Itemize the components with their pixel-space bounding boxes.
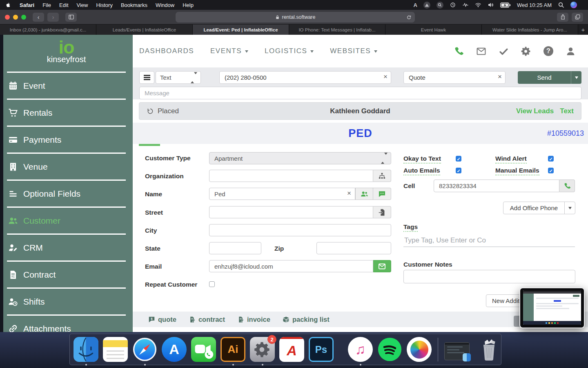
wind-alert-checkbox[interactable]: ✓ — [548, 156, 554, 162]
close-window-button[interactable] — [5, 15, 10, 20]
menu-item-edit[interactable]: Edit — [59, 2, 68, 8]
dock-acrobat[interactable]: A — [279, 337, 304, 362]
dock-safari[interactable] — [132, 337, 157, 362]
sidebar-item-rentals[interactable]: Rentals — [7, 99, 126, 126]
customer-type-select[interactable]: Apartment — [209, 152, 391, 164]
organization-lookup-button[interactable] — [373, 170, 391, 182]
nav-logistics[interactable]: LOGISTICS — [265, 47, 314, 55]
quote-link[interactable]: $ quote — [148, 316, 176, 323]
back-button[interactable]: ‹ — [33, 13, 44, 22]
sms-button[interactable] — [373, 188, 391, 200]
tab-overview-button[interactable] — [572, 13, 583, 22]
okay-to-text-checkbox[interactable]: ✓ — [456, 156, 461, 162]
sidebar-item-customer[interactable]: Customer — [7, 206, 126, 233]
mail-icon[interactable] — [476, 46, 486, 56]
check-icon[interactable] — [499, 46, 509, 56]
clear-name-icon[interactable]: × — [347, 189, 351, 197]
email-send-button[interactable] — [373, 260, 391, 272]
address-bar[interactable]: rental.software — [176, 12, 415, 22]
packing-list-link[interactable]: packing list — [283, 316, 330, 323]
screen-mirror-pip-window[interactable] — [519, 287, 585, 328]
sidebar-item-venue[interactable]: Venue — [7, 153, 126, 180]
street-input[interactable] — [209, 206, 373, 218]
tab-water-slide[interactable]: Water Slide Inflatables - Jump Aro... — [482, 25, 578, 35]
dock-itunes[interactable]: ♫ — [348, 337, 373, 362]
minimized-window-thumbnail[interactable] — [444, 342, 470, 360]
activity-icon[interactable] — [462, 2, 469, 8]
dock-facetime[interactable] — [191, 337, 216, 362]
battery-icon[interactable] — [500, 2, 511, 8]
volume-icon[interactable] — [488, 2, 494, 8]
dock-finder[interactable] — [74, 337, 98, 362]
zip-input[interactable] — [316, 242, 391, 254]
sidebar-item-payments[interactable]: Payments — [7, 126, 126, 153]
sidebar-item-crm[interactable]: CRM — [7, 233, 126, 260]
send-dropdown-button[interactable] — [571, 71, 581, 84]
email-input[interactable] — [209, 260, 373, 272]
sidebar-item-event[interactable]: Event — [7, 72, 126, 99]
sidebar-item-contract[interactable]: Contract — [7, 260, 126, 287]
new-tab-button[interactable]: + — [578, 25, 588, 35]
repeat-customer-checkbox[interactable] — [209, 281, 215, 287]
magnifier-status-icon[interactable] — [437, 2, 443, 9]
menu-toggle-button[interactable] — [139, 71, 154, 84]
app-logo[interactable]: io kinseyfrost — [0, 35, 133, 72]
customer-notes-textarea[interactable] — [403, 270, 575, 283]
tab-event-hawk[interactable]: Event Hawk — [385, 25, 482, 35]
nav-events[interactable]: EVENTS — [210, 47, 248, 55]
manual-emails-checkbox[interactable]: ✓ — [548, 168, 554, 173]
spotlight-icon[interactable] — [558, 2, 564, 8]
apple-menu-icon[interactable] — [5, 2, 11, 8]
siri-icon[interactable] — [570, 2, 577, 8]
auto-emails-checkbox[interactable]: ✓ — [456, 168, 461, 173]
customer-search-button[interactable] — [355, 188, 373, 200]
wifi-icon[interactable] — [475, 2, 481, 8]
state-input[interactable] — [209, 242, 261, 254]
share-button[interactable] — [557, 13, 568, 22]
clear-recipient-icon[interactable]: × — [383, 73, 388, 81]
template-input[interactable] — [403, 71, 506, 84]
sidebar-item-attachments[interactable]: Attachments — [7, 314, 126, 332]
address-import-button[interactable] — [373, 206, 391, 218]
tags-input[interactable] — [403, 234, 575, 247]
nav-websites[interactable]: WEBSITES — [330, 47, 377, 55]
add-office-phone-button[interactable]: Add Office Phone — [503, 202, 575, 214]
time-machine-icon[interactable] — [450, 2, 456, 8]
help-icon[interactable]: ? — [543, 46, 553, 56]
menu-item-history[interactable]: History — [96, 2, 112, 8]
view-leads-link[interactable]: View Leads — [516, 107, 554, 115]
cell-input[interactable] — [434, 180, 559, 192]
message-input[interactable] — [139, 87, 581, 99]
tab-lead-event-ped[interactable]: Lead/Event: Ped | InflatableOffice — [193, 25, 289, 35]
menu-item-file[interactable]: File — [42, 2, 51, 8]
menu-item-help[interactable]: Help — [183, 2, 194, 8]
reload-icon[interactable] — [406, 15, 412, 20]
message-type-select[interactable]: Text — [156, 71, 201, 84]
tab-inbox[interactable]: Inbox (2,030) - junkboxva@gmail.c... — [0, 25, 96, 35]
alert-status-icon[interactable] — [423, 2, 430, 9]
invoice-link[interactable]: invoice — [237, 316, 270, 323]
gear-icon[interactable] — [521, 46, 531, 56]
clear-template-icon[interactable]: × — [498, 73, 502, 81]
add-phone-dropdown-button[interactable] — [564, 202, 575, 214]
dock-photoshop[interactable]: Ps — [309, 337, 334, 362]
dock-notes[interactable] — [103, 337, 128, 362]
contract-link[interactable]: contract — [189, 316, 225, 323]
menu-bar-clock[interactable]: Wed 10:25 AM — [517, 2, 552, 8]
name-input[interactable] — [209, 188, 355, 200]
zoom-window-button[interactable] — [21, 15, 26, 20]
sidebar-toggle-button[interactable] — [65, 13, 77, 22]
forward-button[interactable]: › — [47, 13, 59, 22]
dock-photos[interactable] — [407, 337, 432, 362]
lead-id[interactable]: #10559013 — [547, 123, 584, 144]
text-link[interactable]: Text — [560, 107, 574, 115]
menu-item-view[interactable]: View — [77, 2, 88, 8]
sidebar-item-optional-fields[interactable]: Optional Fields — [7, 180, 126, 206]
city-input[interactable] — [209, 224, 391, 236]
menu-item-safari[interactable]: Safari — [20, 2, 34, 8]
dock-spotify[interactable] — [377, 337, 402, 362]
recipient-phone-input[interactable] — [219, 71, 391, 84]
send-button[interactable]: Send — [518, 71, 581, 84]
user-icon[interactable] — [566, 46, 576, 56]
dock-trash[interactable] — [477, 337, 501, 362]
